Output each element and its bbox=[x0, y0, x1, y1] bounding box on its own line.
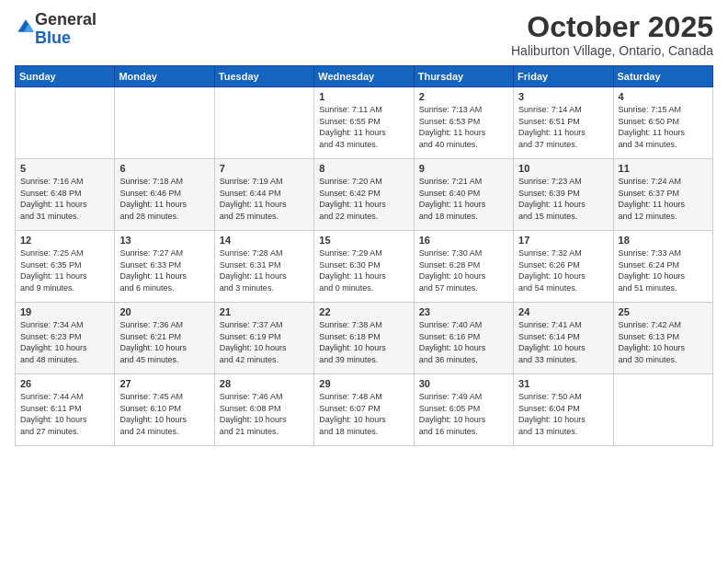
table-row: 3Sunrise: 7:14 AM Sunset: 6:51 PM Daylig… bbox=[514, 87, 613, 159]
day-info: Sunrise: 7:25 AM Sunset: 6:35 PM Dayligh… bbox=[20, 247, 109, 293]
day-number: 27 bbox=[119, 378, 209, 389]
day-info: Sunrise: 7:42 AM Sunset: 6:13 PM Dayligh… bbox=[619, 319, 708, 365]
calendar-table: Sunday Monday Tuesday Wednesday Thursday… bbox=[15, 65, 713, 446]
table-row: 20Sunrise: 7:36 AM Sunset: 6:21 PM Dayli… bbox=[115, 303, 214, 374]
day-info: Sunrise: 7:13 AM Sunset: 6:53 PM Dayligh… bbox=[419, 104, 508, 150]
day-number: 29 bbox=[319, 378, 408, 389]
day-number: 11 bbox=[619, 163, 708, 174]
header-friday: Friday bbox=[514, 66, 613, 87]
day-number: 18 bbox=[619, 235, 708, 246]
table-row bbox=[16, 87, 115, 159]
week-row-4: 26Sunrise: 7:44 AM Sunset: 6:11 PM Dayli… bbox=[16, 374, 713, 446]
table-row: 15Sunrise: 7:29 AM Sunset: 6:30 PM Dayli… bbox=[314, 231, 414, 303]
day-info: Sunrise: 7:19 AM Sunset: 6:44 PM Dayligh… bbox=[220, 176, 309, 222]
day-info: Sunrise: 7:38 AM Sunset: 6:18 PM Dayligh… bbox=[319, 319, 408, 365]
table-row bbox=[115, 87, 214, 159]
day-info: Sunrise: 7:49 AM Sunset: 6:05 PM Dayligh… bbox=[419, 391, 508, 437]
week-row-2: 12Sunrise: 7:25 AM Sunset: 6:35 PM Dayli… bbox=[16, 231, 713, 303]
table-row: 24Sunrise: 7:41 AM Sunset: 6:14 PM Dayli… bbox=[514, 303, 613, 374]
day-info: Sunrise: 7:40 AM Sunset: 6:16 PM Dayligh… bbox=[419, 319, 508, 365]
table-row: 16Sunrise: 7:30 AM Sunset: 6:28 PM Dayli… bbox=[414, 231, 513, 303]
table-row: 6Sunrise: 7:18 AM Sunset: 6:46 PM Daylig… bbox=[115, 159, 214, 231]
day-info: Sunrise: 7:33 AM Sunset: 6:24 PM Dayligh… bbox=[619, 247, 708, 293]
calendar-title: October 2025 bbox=[511, 11, 713, 43]
day-info: Sunrise: 7:24 AM Sunset: 6:37 PM Dayligh… bbox=[619, 176, 708, 222]
day-number: 4 bbox=[619, 91, 708, 102]
day-info: Sunrise: 7:50 AM Sunset: 6:04 PM Dayligh… bbox=[518, 391, 608, 437]
day-info: Sunrise: 7:27 AM Sunset: 6:33 PM Dayligh… bbox=[119, 247, 209, 293]
table-row: 14Sunrise: 7:28 AM Sunset: 6:31 PM Dayli… bbox=[214, 231, 313, 303]
day-info: Sunrise: 7:48 AM Sunset: 6:07 PM Dayligh… bbox=[319, 391, 408, 437]
day-number: 22 bbox=[319, 306, 408, 317]
day-number: 1 bbox=[319, 91, 408, 102]
day-info: Sunrise: 7:15 AM Sunset: 6:50 PM Dayligh… bbox=[619, 104, 708, 150]
table-row: 13Sunrise: 7:27 AM Sunset: 6:33 PM Dayli… bbox=[115, 231, 214, 303]
table-row: 23Sunrise: 7:40 AM Sunset: 6:16 PM Dayli… bbox=[414, 303, 513, 374]
week-row-1: 5Sunrise: 7:16 AM Sunset: 6:48 PM Daylig… bbox=[16, 159, 713, 231]
day-number: 12 bbox=[20, 235, 109, 246]
header-sunday: Sunday bbox=[16, 66, 115, 87]
table-row: 11Sunrise: 7:24 AM Sunset: 6:37 PM Dayli… bbox=[613, 159, 712, 231]
table-row: 22Sunrise: 7:38 AM Sunset: 6:18 PM Dayli… bbox=[314, 303, 414, 374]
table-row: 21Sunrise: 7:37 AM Sunset: 6:19 PM Dayli… bbox=[214, 303, 313, 374]
day-info: Sunrise: 7:45 AM Sunset: 6:10 PM Dayligh… bbox=[119, 391, 209, 437]
table-row: 26Sunrise: 7:44 AM Sunset: 6:11 PM Dayli… bbox=[16, 374, 115, 446]
day-info: Sunrise: 7:29 AM Sunset: 6:30 PM Dayligh… bbox=[319, 247, 408, 293]
day-info: Sunrise: 7:16 AM Sunset: 6:48 PM Dayligh… bbox=[20, 176, 109, 222]
header-wednesday: Wednesday bbox=[314, 66, 414, 87]
table-row bbox=[214, 87, 313, 159]
day-number: 21 bbox=[220, 306, 309, 317]
day-info: Sunrise: 7:28 AM Sunset: 6:31 PM Dayligh… bbox=[220, 247, 309, 293]
header-tuesday: Tuesday bbox=[214, 66, 313, 87]
logo-blue-text: Blue bbox=[35, 29, 71, 47]
day-info: Sunrise: 7:41 AM Sunset: 6:14 PM Dayligh… bbox=[518, 319, 608, 365]
day-number: 25 bbox=[619, 306, 708, 317]
day-number: 6 bbox=[119, 163, 209, 174]
day-number: 2 bbox=[419, 91, 508, 102]
day-number: 17 bbox=[518, 235, 608, 246]
table-row: 9Sunrise: 7:21 AM Sunset: 6:40 PM Daylig… bbox=[414, 159, 513, 231]
calendar-subtitle: Haliburton Village, Ontario, Canada bbox=[511, 43, 713, 58]
table-row: 28Sunrise: 7:46 AM Sunset: 6:08 PM Dayli… bbox=[214, 374, 313, 446]
day-number: 20 bbox=[119, 306, 209, 317]
table-row: 27Sunrise: 7:45 AM Sunset: 6:10 PM Dayli… bbox=[115, 374, 214, 446]
table-row: 1Sunrise: 7:11 AM Sunset: 6:55 PM Daylig… bbox=[314, 87, 414, 159]
day-info: Sunrise: 7:23 AM Sunset: 6:39 PM Dayligh… bbox=[518, 176, 608, 222]
day-number: 7 bbox=[220, 163, 309, 174]
day-number: 3 bbox=[518, 91, 608, 102]
table-row: 31Sunrise: 7:50 AM Sunset: 6:04 PM Dayli… bbox=[514, 374, 613, 446]
day-info: Sunrise: 7:21 AM Sunset: 6:40 PM Dayligh… bbox=[419, 176, 508, 222]
table-row: 5Sunrise: 7:16 AM Sunset: 6:48 PM Daylig… bbox=[16, 159, 115, 231]
day-number: 16 bbox=[419, 235, 508, 246]
header-saturday: Saturday bbox=[613, 66, 712, 87]
day-number: 30 bbox=[419, 378, 508, 389]
table-row: 29Sunrise: 7:48 AM Sunset: 6:07 PM Dayli… bbox=[314, 374, 414, 446]
header-monday: Monday bbox=[115, 66, 214, 87]
day-number: 24 bbox=[518, 306, 608, 317]
day-number: 8 bbox=[319, 163, 408, 174]
table-row: 18Sunrise: 7:33 AM Sunset: 6:24 PM Dayli… bbox=[613, 231, 712, 303]
header: General Blue October 2025 Haliburton Vil… bbox=[15, 11, 713, 58]
table-row: 4Sunrise: 7:15 AM Sunset: 6:50 PM Daylig… bbox=[613, 87, 712, 159]
day-number: 9 bbox=[419, 163, 508, 174]
day-number: 10 bbox=[518, 163, 608, 174]
week-row-0: 1Sunrise: 7:11 AM Sunset: 6:55 PM Daylig… bbox=[16, 87, 713, 159]
table-row: 8Sunrise: 7:20 AM Sunset: 6:42 PM Daylig… bbox=[314, 159, 414, 231]
table-row: 7Sunrise: 7:19 AM Sunset: 6:44 PM Daylig… bbox=[214, 159, 313, 231]
day-number: 23 bbox=[419, 306, 508, 317]
day-number: 31 bbox=[518, 378, 608, 389]
day-info: Sunrise: 7:18 AM Sunset: 6:46 PM Dayligh… bbox=[119, 176, 209, 222]
day-number: 28 bbox=[220, 378, 309, 389]
day-info: Sunrise: 7:37 AM Sunset: 6:19 PM Dayligh… bbox=[220, 319, 309, 365]
day-info: Sunrise: 7:34 AM Sunset: 6:23 PM Dayligh… bbox=[20, 319, 109, 365]
page: General Blue October 2025 Haliburton Vil… bbox=[0, 0, 728, 563]
day-number: 5 bbox=[20, 163, 109, 174]
day-number: 15 bbox=[319, 235, 408, 246]
week-row-3: 19Sunrise: 7:34 AM Sunset: 6:23 PM Dayli… bbox=[16, 303, 713, 374]
table-row bbox=[613, 374, 712, 446]
table-row: 12Sunrise: 7:25 AM Sunset: 6:35 PM Dayli… bbox=[16, 231, 115, 303]
day-info: Sunrise: 7:14 AM Sunset: 6:51 PM Dayligh… bbox=[518, 104, 608, 150]
table-row: 10Sunrise: 7:23 AM Sunset: 6:39 PM Dayli… bbox=[514, 159, 613, 231]
logo: General Blue bbox=[15, 11, 97, 48]
day-number: 26 bbox=[20, 378, 109, 389]
